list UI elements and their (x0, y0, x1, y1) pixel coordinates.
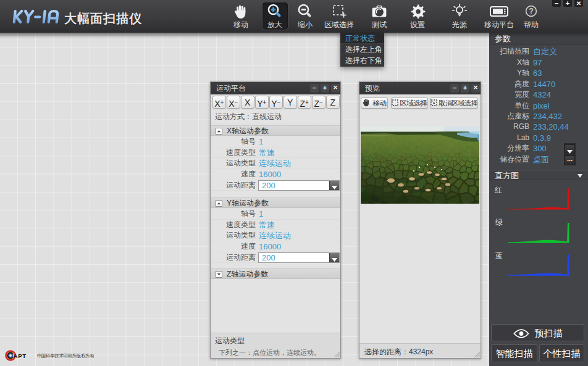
svg-text:APT: APT (14, 352, 27, 359)
svg-text:?: ? (529, 7, 534, 15)
svg-text:中国科学技术印刷所版权所有: 中国科学技术印刷所版权所有 (37, 353, 95, 359)
